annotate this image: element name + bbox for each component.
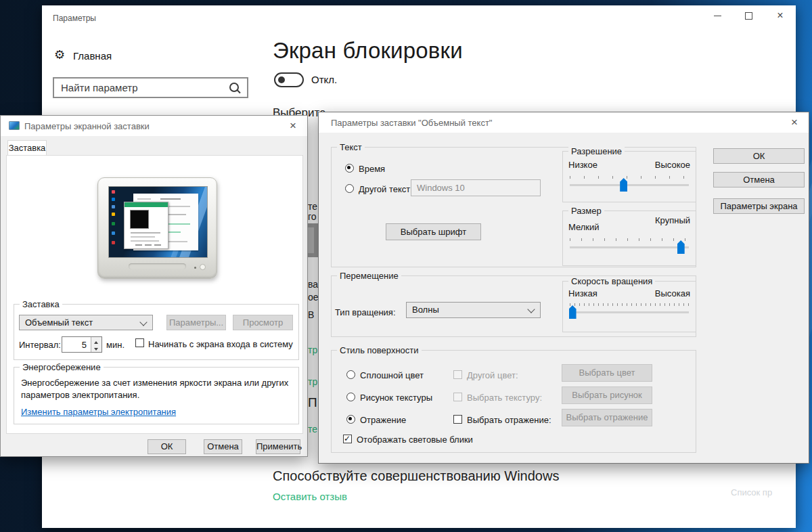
solid-color-radio[interactable] <box>346 370 355 379</box>
close-icon[interactable]: × <box>284 118 302 134</box>
time-radio-label[interactable]: Время <box>359 164 385 174</box>
spinner-down-icon[interactable] <box>91 345 102 352</box>
text-fragment: В <box>308 309 314 320</box>
monitor-led <box>194 267 196 269</box>
slider-track[interactable] <box>570 246 689 248</box>
custom-color-checkbox-label: Другой цвет: <box>467 370 518 380</box>
minimize-button[interactable] <box>702 5 734 26</box>
choose-reflection-checkbox-label[interactable]: Выбрать отражение: <box>467 415 551 425</box>
group-label: Стиль поверхности <box>337 345 422 355</box>
apply-button[interactable]: Применить <box>256 439 300 454</box>
texture-radio[interactable] <box>346 393 355 401</box>
mini-icon <box>112 205 115 208</box>
resolution-group: Разрешение Низкое Высокое <box>562 151 696 202</box>
choose-texture-button[interactable]: Выбрать рисунок <box>562 386 652 404</box>
logon-checkbox-label[interactable]: Начинать с экрана входа в систему <box>148 339 293 349</box>
leave-feedback-link[interactable]: Оставить отзыв <box>273 491 347 502</box>
monitor-bezel-slot <box>129 263 186 269</box>
custom-text-radio[interactable] <box>345 184 354 193</box>
reflection-label[interactable]: Отражение <box>360 415 406 425</box>
dialog-titlebar[interactable]: Параметры заставки "Объемный текст" × <box>319 112 809 133</box>
group-label: Перемещение <box>337 271 401 281</box>
reflection-radio[interactable] <box>346 415 355 424</box>
selected-rotation: Волны <box>412 305 439 315</box>
rotation-type-select[interactable]: Волны <box>406 302 541 318</box>
screensaver-select[interactable]: Объемный текст <box>19 315 153 330</box>
custom-color-checkbox <box>453 370 462 379</box>
screensaver-preview-monitor <box>97 177 217 279</box>
minutes-label: мин. <box>106 340 125 350</box>
gear-icon: ⚙ <box>54 47 65 62</box>
slider-thumb[interactable] <box>677 240 685 254</box>
search-input[interactable]: Найти параметр <box>53 77 248 98</box>
logon-screen-checkbox[interactable] <box>135 338 144 347</box>
ok-button[interactable]: ОК <box>713 148 805 164</box>
slider-track[interactable] <box>570 311 689 313</box>
mini-icon <box>112 198 115 201</box>
interval-spinner[interactable]: 5 <box>62 336 102 353</box>
lock-screen-toggle[interactable] <box>274 72 304 87</box>
cancel-button[interactable]: Отмена <box>713 172 805 187</box>
choose-reflection-button[interactable]: Выбрать отражение <box>562 409 652 426</box>
rotation-speed-group: Скорость вращения Низкая Высокая <box>562 281 696 332</box>
choose-font-button[interactable]: Выбрать шрифт <box>386 223 481 240</box>
link-fragment: тр <box>308 345 317 355</box>
display-settings-button[interactable]: Параметры экрана <box>713 198 805 214</box>
power-settings-link[interactable]: Изменить параметры электропитания <box>21 407 176 417</box>
slider-thumb[interactable] <box>620 178 627 192</box>
text-fragment: те <box>308 201 317 212</box>
slider-thumb[interactable] <box>569 305 577 319</box>
toggle-state-label: Откл. <box>311 74 337 85</box>
tab-screensaver[interactable]: Заставка <box>7 140 47 156</box>
monitor-power-button <box>200 264 206 270</box>
resolution-slider[interactable] <box>570 152 689 202</box>
dialog-title: Параметры заставки "Объемный текст" <box>331 118 492 128</box>
speed-slider[interactable] <box>570 282 689 332</box>
tab-page: Заставка Объемный текст Параметры... Про… <box>6 155 303 434</box>
close-icon[interactable]: × <box>786 114 803 131</box>
dialog-title: Параметры экранной заставки <box>24 121 150 131</box>
settings-button[interactable]: Параметры... <box>166 315 226 330</box>
choose-reflection-checkbox[interactable] <box>453 415 462 424</box>
texture-label[interactable]: Рисунок текстуры <box>360 393 432 403</box>
energy-description: Энергосбережение за счет изменения яркос… <box>21 377 289 401</box>
desktop: Параметры × ⚙ Главная Найти параметр Экр… <box>0 0 812 532</box>
window-title: Параметры <box>53 14 96 23</box>
search-placeholder: Найти параметр <box>61 82 138 93</box>
size-slider[interactable] <box>570 211 689 265</box>
faint-text: Список пр <box>731 487 772 497</box>
cancel-button[interactable]: Отмена <box>204 439 242 454</box>
choose-texture-checkbox <box>453 393 462 401</box>
custom-text-radio-label[interactable]: Другой текст: <box>359 184 413 194</box>
custom-text-input[interactable]: Windows 10 <box>411 179 541 196</box>
text3d-dialog: Параметры заставки "Объемный текст" × Те… <box>318 112 809 464</box>
specular-highlights-label[interactable]: Отображать световые блики <box>357 435 473 445</box>
time-radio[interactable] <box>345 164 354 173</box>
energy-group: Энергосбережение Энергосбережение за сче… <box>14 367 299 424</box>
text-fragment: го <box>308 211 317 222</box>
preview-button[interactable]: Просмотр <box>233 315 293 330</box>
group-label: Энергосбережение <box>20 362 104 372</box>
sidebar-item-home[interactable]: Главная <box>73 50 112 62</box>
surface-style-group: Стиль поверхности Сплошной цвет Другой ц… <box>331 350 696 453</box>
specular-highlights-checkbox[interactable] <box>343 435 352 443</box>
slider-ticks <box>570 176 689 179</box>
text-fragment: ва <box>308 279 318 290</box>
mini-icon <box>112 190 115 194</box>
size-group: Размер Мелкий Крупный <box>562 210 696 266</box>
close-button[interactable]: × <box>765 5 796 26</box>
search-icon[interactable] <box>229 83 239 92</box>
mini-icon <box>112 231 115 235</box>
interval-value: 5 <box>82 340 87 350</box>
maximize-button[interactable] <box>734 5 765 26</box>
preview-screen <box>108 186 208 258</box>
selected-screensaver: Объемный текст <box>25 317 93 328</box>
ok-button[interactable]: ОК <box>148 439 186 454</box>
link-fragment: те <box>308 424 317 435</box>
heading-fragment: П <box>308 395 317 410</box>
dialog-titlebar[interactable]: Параметры экранной заставки × <box>1 116 307 136</box>
mini-icon <box>112 241 115 244</box>
solid-color-label[interactable]: Сплошной цвет <box>360 370 424 380</box>
slider-track[interactable] <box>570 184 689 186</box>
choose-color-button[interactable]: Выбрать цвет <box>562 364 652 382</box>
